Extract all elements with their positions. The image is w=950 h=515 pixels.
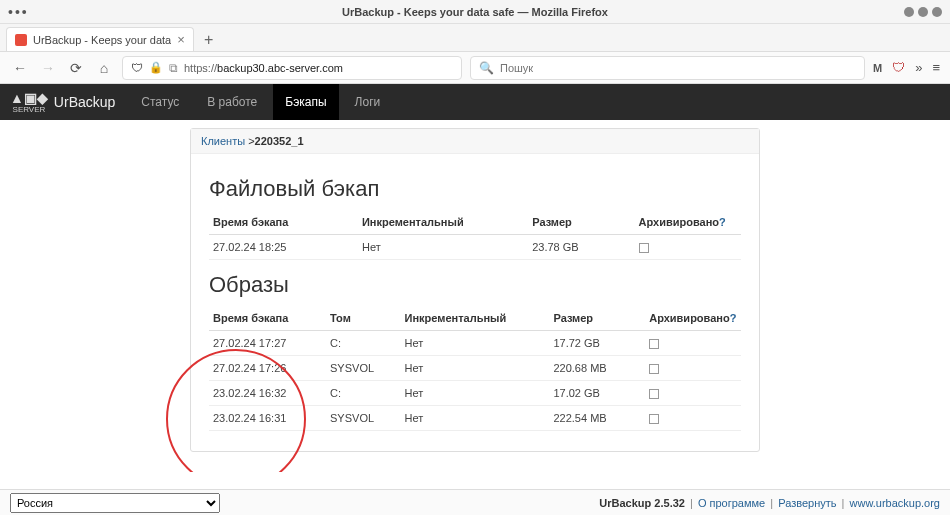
- back-button[interactable]: ←: [10, 58, 30, 78]
- tab-title: UrBackup - Keeps your data: [33, 34, 171, 46]
- section-file-title: Файловый бэкап: [209, 176, 741, 202]
- tab-close-icon[interactable]: ×: [177, 32, 185, 47]
- tab-favicon: [15, 34, 27, 46]
- col-vol: Том: [326, 306, 400, 331]
- content-panel: Клиенты >220352_1 Файловый бэкап Время б…: [190, 128, 760, 452]
- os-menu-dots[interactable]: •••: [8, 4, 29, 20]
- table-row[interactable]: 23.02.24 16:32 C: Нет 17.02 GB: [209, 381, 741, 406]
- lock-icon[interactable]: 🔒: [149, 61, 163, 74]
- app-navbar: ▲▣◆ SERVER UrBackup Статус В работе Бэка…: [0, 84, 950, 120]
- nav-status[interactable]: Статус: [129, 84, 191, 120]
- nav-logs[interactable]: Логи: [343, 84, 393, 120]
- section-img-title: Образы: [209, 272, 741, 298]
- permissions-icon[interactable]: ⧉: [169, 61, 178, 75]
- browser-tab[interactable]: UrBackup - Keeps your data ×: [6, 27, 194, 51]
- os-titlebar: ••• UrBackup - Keeps your data safe — Mo…: [0, 0, 950, 24]
- file-backup-table: Время бэкапа Инкрементальный Размер Архи…: [209, 210, 741, 260]
- col-size: Размер: [528, 210, 634, 235]
- breadcrumb: Клиенты >220352_1: [191, 129, 759, 154]
- breadcrumb-root[interactable]: Клиенты: [201, 135, 245, 147]
- table-row[interactable]: 27.02.24 17:26 SYSVOL Нет 220.68 MB: [209, 356, 741, 381]
- forward-button[interactable]: →: [38, 58, 58, 78]
- archive-checkbox[interactable]: [649, 364, 659, 374]
- reload-button[interactable]: ⟳: [66, 58, 86, 78]
- nav-running[interactable]: В работе: [195, 84, 269, 120]
- window-title: UrBackup - Keeps your data safe — Mozill…: [342, 6, 608, 18]
- col-arch: Архивировано?: [635, 210, 741, 235]
- col-time: Время бэкапа: [209, 306, 326, 331]
- table-row[interactable]: 27.02.24 17:27 C: Нет 17.72 GB: [209, 331, 741, 356]
- col-incr: Инкрементальный: [358, 210, 528, 235]
- col-incr: Инкрементальный: [401, 306, 550, 331]
- browser-toolbar: ← → ⟳ ⌂ 🛡 🔒 ⧉ https://backup30.abc-serve…: [0, 52, 950, 84]
- archive-checkbox[interactable]: [639, 243, 649, 253]
- col-time: Время бэкапа: [209, 210, 358, 235]
- window-controls: [904, 7, 942, 17]
- search-bar[interactable]: 🔍: [470, 56, 865, 80]
- toolbar-extensions: M 🛡 » ≡: [873, 60, 940, 75]
- table-row[interactable]: 27.02.24 18:25 Нет 23.78 GB: [209, 235, 741, 260]
- archive-checkbox[interactable]: [649, 389, 659, 399]
- table-row[interactable]: 23.02.24 16:31 SYSVOL Нет 222.54 MB: [209, 406, 741, 431]
- archive-checkbox[interactable]: [649, 339, 659, 349]
- col-arch: Архивировано?: [645, 306, 741, 331]
- overflow-icon[interactable]: »: [915, 60, 922, 75]
- minimize-button[interactable]: [904, 7, 914, 17]
- ublock-icon[interactable]: 🛡: [892, 60, 905, 75]
- archive-checkbox[interactable]: [649, 414, 659, 424]
- col-size: Размер: [549, 306, 645, 331]
- home-button[interactable]: ⌂: [94, 58, 114, 78]
- breadcrumb-client: 220352_1: [255, 135, 304, 147]
- gmail-icon[interactable]: M: [873, 62, 882, 74]
- new-tab-button[interactable]: +: [198, 29, 220, 51]
- search-input[interactable]: [500, 62, 856, 74]
- maximize-button[interactable]: [918, 7, 928, 17]
- page-content: Клиенты >220352_1 Файловый бэкап Время б…: [0, 120, 950, 472]
- url-text: https://backup30.abc-server.com: [184, 62, 343, 74]
- close-button[interactable]: [932, 7, 942, 17]
- search-icon: 🔍: [479, 61, 494, 75]
- nav-backups[interactable]: Бэкапы: [273, 84, 338, 120]
- image-backup-table: Время бэкапа Том Инкрементальный Размер …: [209, 306, 741, 431]
- browser-tabbar: UrBackup - Keeps your data × +: [0, 24, 950, 52]
- menu-icon[interactable]: ≡: [932, 60, 940, 75]
- help-icon[interactable]: ?: [730, 312, 737, 324]
- help-icon[interactable]: ?: [719, 216, 726, 228]
- shield-icon[interactable]: 🛡: [131, 61, 143, 75]
- app-logo[interactable]: ▲▣◆ SERVER UrBackup: [10, 91, 115, 114]
- logo-icon: ▲▣◆: [10, 91, 48, 105]
- app-brand: UrBackup: [54, 94, 115, 110]
- address-bar[interactable]: 🛡 🔒 ⧉ https://backup30.abc-server.com: [122, 56, 462, 80]
